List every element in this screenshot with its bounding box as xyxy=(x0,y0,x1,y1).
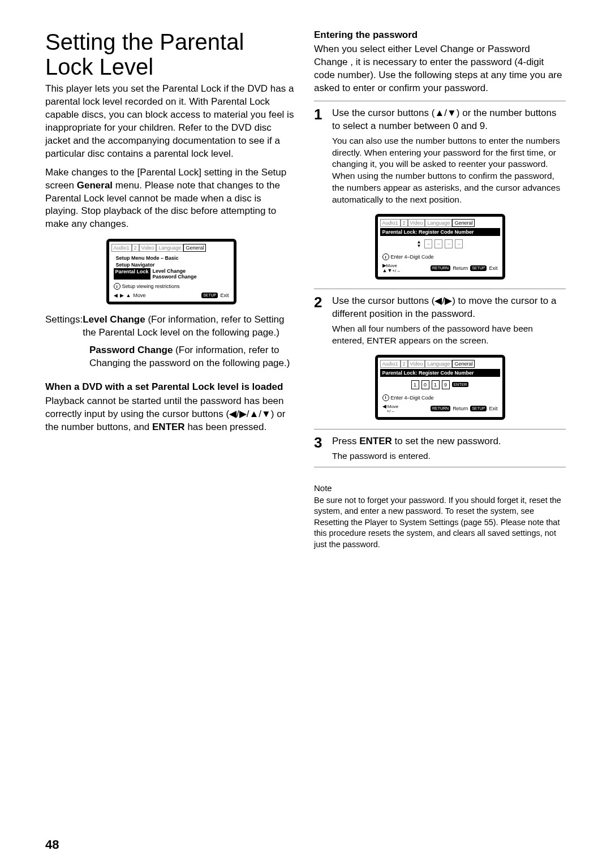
sub-text-b: has been pressed. xyxy=(185,422,267,432)
step-2-main: Use the cursor buttons (◀/▶) to move the… xyxy=(332,295,566,321)
divider xyxy=(314,467,566,467)
osd2-tab-language: Language xyxy=(425,219,452,227)
left-icon: ◀ xyxy=(382,403,386,409)
osd3-plusminus: +/ – xyxy=(382,409,399,414)
divider xyxy=(314,289,566,289)
digit-3: – xyxy=(445,239,453,248)
osd2-tabs: Audio1 2 Video Language General xyxy=(380,219,500,227)
step-3-sub: The password is entered. xyxy=(332,450,566,462)
setup-pill: SETUP xyxy=(201,293,218,298)
osd3-tab-audio1: Audio1 xyxy=(380,360,401,368)
osd-tabs: Audio1 2 Video Language General xyxy=(111,244,231,252)
osd2-info-text: Enter 4–Digit Code xyxy=(391,254,434,260)
osd-tab-video: Video xyxy=(139,244,157,252)
osd2-exit: Exit xyxy=(489,265,497,271)
osd3-tab-video: Video xyxy=(408,360,425,368)
osd2-tab-audio1: Audio1 xyxy=(380,219,401,227)
osd2-tab-2: 2 xyxy=(401,219,408,227)
step-3-main: Press ENTER to set the new password. xyxy=(332,435,566,448)
updown-icon: ▲▼ xyxy=(417,239,421,248)
left-column: Setting the Parental Lock Level This pla… xyxy=(45,29,297,556)
up-icon: ▲ xyxy=(126,293,131,298)
osd2-tab-general: General xyxy=(452,219,475,227)
step-1: 1 Use the cursor buttons (▲/▼) or the nu… xyxy=(314,107,566,206)
osd3-tab-2: 2 xyxy=(401,360,408,368)
intro-para-1: This player lets you set the Parental Lo… xyxy=(45,83,297,161)
page-title: Setting the Parental Lock Level xyxy=(45,29,297,79)
step-3: 3 Press ENTER to set the new password. T… xyxy=(314,435,566,462)
down-icon: ▼ xyxy=(387,268,392,273)
osd3-header: Parental Lock: Register Code Number xyxy=(380,369,500,377)
osd3-digits: 1 0 1 9 ENTER xyxy=(380,377,500,393)
sub-heading-loaded: When a DVD with a set Parental Lock leve… xyxy=(45,381,297,393)
info-icon: i xyxy=(382,253,389,260)
osd2-return: Return xyxy=(453,265,468,271)
step-2-num: 2 xyxy=(314,295,326,347)
settings-block: Settings: Level Change (For information,… xyxy=(45,313,297,370)
step-1-main: Use the cursor buttons (▲/▼) or the numb… xyxy=(332,107,566,133)
osd3-tab-language: Language xyxy=(425,360,452,368)
digit-4: 9 xyxy=(442,380,450,389)
osd3-return: Return xyxy=(453,406,468,411)
osd-info-row: i Setup viewing restrictions xyxy=(111,281,231,291)
osd-tab-general: General xyxy=(183,244,206,252)
osd3-info-text: Enter 4–Digit Code xyxy=(391,395,434,401)
right-intro: When you select either Level Change or P… xyxy=(314,43,566,95)
step-1-num: 1 xyxy=(314,107,326,206)
osd2-footer: ▶Move ▲▼+/ – RETURN Return SETUP Exit xyxy=(380,262,500,274)
osd-info-text: Setup viewing restrictions xyxy=(122,283,180,289)
setting-level-change: Level Change xyxy=(83,314,145,325)
page-number: 48 xyxy=(45,837,59,852)
osd-password-change: Password Change xyxy=(150,274,229,280)
intro-para-2: Make changes to the [Parental Lock] sett… xyxy=(45,166,297,231)
osd2-plusminus: +/ – xyxy=(392,268,400,273)
note-label: Note xyxy=(314,483,566,493)
osd-tab-language: Language xyxy=(156,244,183,252)
digit-1: 1 xyxy=(411,380,419,389)
step-1-sub: You can also use the number buttons to e… xyxy=(332,135,566,207)
right-heading: Entering the password xyxy=(314,29,566,41)
setup-pill: SETUP xyxy=(470,265,487,271)
setting-password-change: Password Change xyxy=(89,345,173,355)
divider xyxy=(314,429,566,429)
step-2: 2 Use the cursor buttons (◀/▶) to move t… xyxy=(314,295,566,347)
osd-footer: ◀▶▲ Move SETUP Exit xyxy=(111,291,231,299)
digit-1: – xyxy=(424,239,432,248)
step-2-sub: When all four numbers of the passoword h… xyxy=(332,323,566,347)
enter-badge: ENTER xyxy=(452,382,469,387)
osd-register-code-2: Audio1 2 Video Language General Parental… xyxy=(375,355,505,420)
osd-setup-menu: Audio1 2 Video Language General Setup Me… xyxy=(106,239,236,304)
right-column: Entering the password When you select ei… xyxy=(314,29,566,556)
osd-line1: Setup Menu Mode – Basic xyxy=(114,255,229,261)
info-icon: i xyxy=(114,283,121,290)
osd-parental-lock-label: Parental Lock xyxy=(114,268,150,280)
step3-a: Press xyxy=(332,436,359,446)
note-text: Be sure not to forget your password. If … xyxy=(314,495,566,551)
return-pill: RETURN xyxy=(431,406,450,411)
intro2-bold: General xyxy=(77,180,113,191)
osd2-digits: ▲▼ – – – – xyxy=(380,236,500,252)
osd3-info: i Enter 4–Digit Code xyxy=(380,393,500,403)
osd3-tab-general: General xyxy=(452,360,475,368)
osd-register-code-1: Audio1 2 Video Language General Parental… xyxy=(375,214,505,280)
digit-2: – xyxy=(434,239,442,248)
step3-enter: ENTER xyxy=(359,436,392,446)
sub-text: Playback cannot be started until the pas… xyxy=(45,395,297,434)
left-icon: ◀ xyxy=(114,293,118,298)
osd-tab-audio1: Audio1 xyxy=(111,244,132,252)
step3-b: to set the new password. xyxy=(392,436,501,446)
page: Setting the Parental Lock Level This pla… xyxy=(0,0,611,868)
step-3-num: 3 xyxy=(314,435,326,462)
digit-2: 0 xyxy=(421,380,429,389)
osd-line2: Setup Navigator xyxy=(114,261,229,268)
osd-exit: Exit xyxy=(220,293,229,298)
digit-3: 1 xyxy=(432,380,440,389)
return-pill: RETURN xyxy=(431,265,450,271)
osd-body: Setup Menu Mode – Basic Setup Navigator … xyxy=(111,253,231,281)
osd-level-change: Level Change xyxy=(150,268,229,274)
osd3-tabs: Audio1 2 Video Language General xyxy=(380,360,500,368)
settings-label: Settings: xyxy=(45,313,83,340)
osd2-header: Parental Lock: Register Code Number xyxy=(380,228,500,236)
osd2-tab-video: Video xyxy=(408,219,425,227)
osd3-exit: Exit xyxy=(489,406,497,411)
